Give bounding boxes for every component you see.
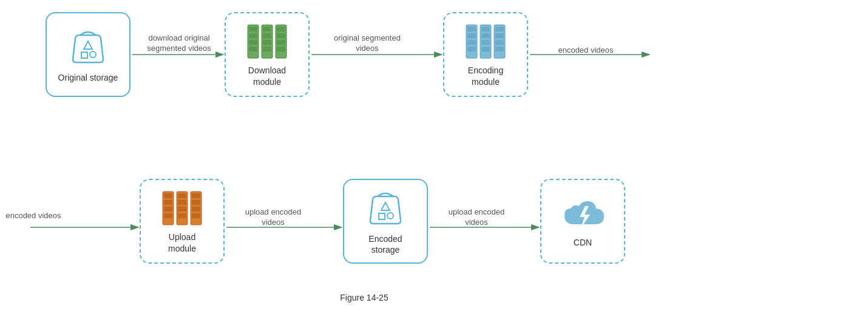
- cloud-icon: [558, 194, 607, 233]
- svg-rect-13: [249, 33, 257, 38]
- svg-rect-15: [249, 47, 257, 52]
- label-upload-to-encoded: upload encoded videos: [234, 207, 313, 228]
- label-orig-to-download: download original segmented videos: [140, 33, 219, 54]
- svg-rect-49: [178, 207, 186, 212]
- svg-rect-45: [164, 213, 172, 218]
- label-encoded-to-cdn: upload encoded videos: [437, 207, 516, 228]
- svg-marker-8: [84, 41, 92, 49]
- svg-rect-28: [467, 33, 476, 38]
- node-upload-module: Uploadmodule: [140, 179, 225, 264]
- encoded-storage-label: Encodedstorage: [368, 233, 402, 255]
- svg-rect-42: [164, 193, 172, 198]
- svg-rect-48: [178, 200, 186, 205]
- node-encoding-module: Encodingmodule: [443, 12, 528, 97]
- svg-rect-24: [277, 40, 285, 45]
- svg-rect-27: [467, 27, 476, 32]
- node-original-storage: Original storage: [46, 12, 131, 97]
- diagram: download original segmented videos origi…: [0, 0, 868, 317]
- svg-rect-29: [467, 40, 476, 45]
- svg-rect-20: [263, 47, 271, 52]
- svg-point-57: [387, 213, 393, 219]
- label-left-to-upload: encoded videos: [0, 211, 67, 221]
- svg-rect-37: [495, 27, 504, 32]
- svg-rect-50: [178, 213, 186, 218]
- svg-rect-43: [164, 200, 172, 205]
- svg-rect-18: [263, 33, 271, 38]
- upload-module-label: Uploadmodule: [168, 232, 196, 253]
- svg-rect-19: [263, 40, 271, 45]
- bucket-icon-encoded: [364, 187, 407, 230]
- svg-rect-10: [81, 52, 87, 58]
- svg-rect-34: [481, 40, 490, 45]
- label-download-to-encoding: original segmented videos: [328, 33, 407, 54]
- svg-rect-58: [379, 213, 385, 219]
- svg-rect-52: [192, 193, 200, 198]
- svg-rect-53: [192, 200, 200, 205]
- svg-rect-33: [481, 33, 490, 38]
- servers-icon-upload: [160, 189, 204, 228]
- cdn-label: CDN: [574, 237, 592, 248]
- node-encoded-storage: Encodedstorage: [343, 179, 428, 264]
- svg-point-9: [90, 52, 96, 58]
- node-cdn: CDN: [540, 179, 625, 264]
- original-storage-label: Original storage: [58, 72, 118, 83]
- svg-rect-30: [467, 47, 476, 52]
- label-encoding-to-right: encoded videos: [546, 45, 625, 56]
- svg-rect-55: [192, 213, 200, 218]
- svg-rect-25: [277, 47, 285, 52]
- svg-rect-14: [249, 40, 257, 45]
- svg-rect-39: [495, 40, 504, 45]
- svg-rect-40: [495, 47, 504, 52]
- svg-rect-35: [481, 47, 490, 52]
- servers-icon-download: [245, 22, 289, 61]
- node-download-module: Downloadmodule: [225, 12, 310, 97]
- svg-rect-17: [263, 27, 271, 32]
- svg-rect-32: [481, 27, 490, 32]
- bucket-icon: [67, 26, 109, 68]
- svg-marker-56: [381, 202, 390, 210]
- svg-rect-23: [277, 33, 285, 38]
- svg-rect-47: [178, 193, 186, 198]
- svg-rect-54: [192, 207, 200, 212]
- download-module-label: Downloadmodule: [248, 65, 286, 87]
- svg-rect-22: [277, 27, 285, 32]
- svg-rect-38: [495, 33, 504, 38]
- svg-rect-44: [164, 207, 172, 212]
- svg-rect-12: [249, 27, 257, 32]
- figure-caption: Figure 14-25: [303, 293, 425, 302]
- servers-icon-encoding: [464, 22, 507, 61]
- encoding-module-label: Encodingmodule: [468, 65, 503, 87]
